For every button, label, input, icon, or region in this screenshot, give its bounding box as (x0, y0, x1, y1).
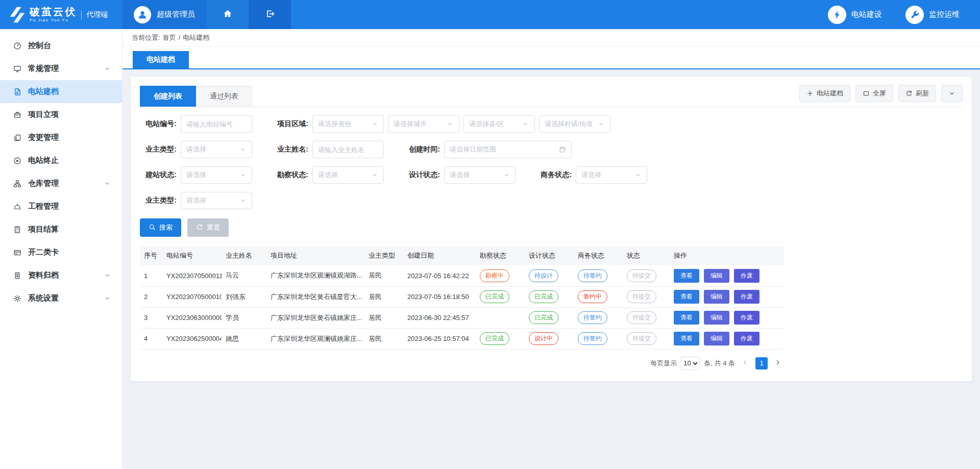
user-name: 超级管理员 (157, 10, 195, 19)
status-badge: 已完成 (529, 311, 558, 324)
station-code-input[interactable] (181, 115, 252, 133)
create-time-picker[interactable]: 请选择日期范围 (444, 141, 572, 158)
column-header: 操作 (670, 246, 784, 265)
sidebar-item-station-termination[interactable]: 电站终止 (0, 149, 122, 172)
status-badge: 待签约 (578, 269, 607, 282)
column-header: 创建日期 (403, 246, 476, 265)
owner-name-input[interactable] (312, 141, 384, 158)
view-action-button[interactable]: 查看 (674, 269, 699, 283)
table-row: 3YX2023063000009学员广东深圳龙华区黄石镇姚家庄...居民2023… (140, 307, 784, 328)
caret-down-icon (598, 120, 605, 128)
region-county-select[interactable]: 请选择县/区 (463, 115, 535, 133)
edit-action-button[interactable]: 编辑 (704, 269, 729, 283)
monitor-icon (13, 65, 21, 73)
table-row: 2YX2023070500010刘强东广东深圳龙华区黄石镇星官大...居民202… (140, 286, 784, 307)
breadcrumb-separator: / (179, 34, 181, 41)
void-action-button[interactable]: 作废 (734, 290, 760, 304)
stop-icon (13, 157, 21, 165)
filter-label-owner-name: 业主姓名: (272, 145, 308, 154)
page-tab-station-archive[interactable]: 电站建档 (133, 51, 189, 68)
edit-action-button[interactable]: 编辑 (704, 311, 729, 325)
breadcrumb-current: 电站建档 (183, 33, 209, 42)
region-village-select[interactable]: 请选择村镇/街道 (539, 115, 610, 133)
refresh-icon (905, 90, 913, 97)
region-province-select[interactable]: 请选择省份 (312, 115, 384, 133)
filter-label-owner-type: 业主类型: (140, 145, 177, 154)
caret-down-icon (239, 146, 247, 153)
fullscreen-button[interactable]: 全屏 (855, 85, 893, 102)
sidebar-item-engineering-management[interactable]: 工程管理 (0, 195, 122, 218)
sidebar-item-project-settlement[interactable]: 项目结算 (0, 218, 122, 241)
collapse-button[interactable] (941, 85, 963, 102)
top-header: 破茧云伏 Po Jian Yun Fu 代理端 超级管理员 电站建设监控运维 (0, 0, 980, 29)
status-badge: 勘察中 (480, 269, 509, 282)
region-city-select[interactable]: 请选择城市 (388, 115, 459, 133)
sidebar-item-label: 开二类卡 (28, 248, 59, 257)
sidebar-item-label: 仓库管理 (28, 179, 59, 188)
sidebar-item-console[interactable]: 控制台 (0, 34, 122, 57)
home-button[interactable] (206, 0, 249, 29)
business-status-select[interactable]: 请选择 (576, 166, 647, 184)
chevron-down-icon (104, 65, 111, 72)
caret-down-icon (371, 171, 378, 179)
sidebar-item-general-management[interactable]: 常规管理 (0, 57, 122, 80)
chevron-down-icon (104, 180, 111, 187)
user-menu[interactable]: 超级管理员 (122, 0, 206, 29)
sidebar-item-change-management[interactable]: 变更管理 (0, 126, 122, 149)
view-action-button[interactable]: 查看 (674, 332, 699, 345)
reset-button[interactable]: 重置 (187, 218, 229, 237)
refresh-button[interactable]: 刷新 (898, 85, 936, 102)
status-badge: 待设计 (529, 269, 558, 282)
edit-action-button[interactable]: 编辑 (704, 332, 729, 345)
header-action-label: 监控运维 (929, 10, 960, 19)
per-page-select[interactable]: 10 (681, 357, 700, 370)
engineering-icon (13, 203, 21, 211)
void-action-button[interactable]: 作废 (734, 332, 760, 345)
search-button[interactable]: 搜索 (140, 218, 181, 237)
column-header: 设计状态 (525, 246, 574, 265)
filter-label-create-time: 创建时间: (403, 145, 440, 154)
design-status-select[interactable]: 请选择 (444, 166, 516, 184)
survey-status-select[interactable]: 请选择 (312, 166, 384, 184)
header-action-monitor-ops[interactable]: 监控运维 (905, 6, 960, 24)
next-page-button[interactable] (772, 357, 784, 369)
edit-action-button[interactable]: 编辑 (704, 290, 729, 304)
void-action-button[interactable]: 作废 (734, 311, 760, 325)
build-status-select[interactable]: 请选择 (181, 166, 252, 184)
caret-down-icon (239, 197, 247, 204)
column-header: 项目地址 (266, 246, 364, 265)
warehouse-icon (13, 180, 21, 188)
user-avatar-icon (134, 6, 151, 23)
breadcrumb-home-link[interactable]: 首页 (163, 33, 176, 42)
view-action-button[interactable]: 查看 (674, 311, 699, 325)
sidebar-item-second-class-card[interactable]: 开二类卡 (0, 241, 122, 264)
sidebar-item-label: 资料归档 (28, 270, 59, 280)
document-icon (13, 88, 21, 96)
sidebar-item-system-settings[interactable]: 系统设置 (0, 287, 122, 310)
header-action-label: 电站建设 (851, 10, 882, 19)
view-action-button[interactable]: 查看 (674, 290, 699, 304)
tab-passed-list[interactable]: 通过列表 (196, 86, 252, 107)
tab-created-list[interactable]: 创建列表 (140, 86, 196, 107)
sidebar-item-warehouse-management[interactable]: 仓库管理 (0, 172, 122, 195)
sidebar-item-station-archive[interactable]: 电站建档 (0, 80, 122, 103)
column-header: 业主类型 (364, 246, 403, 265)
filter-form: 电站编号:项目区域:请选择省份请选择城市请选择县/区请选择村镇/街道业主类型:请… (140, 115, 963, 209)
column-header: 状态 (623, 246, 670, 265)
logout-button[interactable] (249, 0, 291, 29)
page-1-button[interactable]: 1 (755, 357, 768, 369)
sidebar-item-project-initiation[interactable]: 项目立项 (0, 103, 122, 126)
void-action-button[interactable]: 作废 (734, 269, 760, 283)
app-root: 破茧云伏 Po Jian Yun Fu 代理端 超级管理员 电站建设监控运维 控… (0, 0, 980, 469)
header-action-station-build[interactable]: 电站建设 (828, 6, 882, 24)
sidebar-item-data-archive[interactable]: 资料归档 (0, 264, 122, 287)
add-station-button[interactable]: 电站建档 (799, 85, 850, 102)
owner-type-select[interactable]: 请选择 (181, 141, 252, 158)
filter-actions: 搜索 重置 (140, 218, 963, 237)
owner-type-2-select[interactable]: 请选择 (181, 192, 252, 209)
caret-down-icon (634, 171, 642, 179)
status-badge: 待签约 (578, 332, 607, 345)
filter-label-business-status: 商务状态: (535, 170, 572, 180)
filter-label-station-code: 电站编号: (140, 119, 177, 129)
prev-page-button[interactable] (739, 357, 751, 369)
